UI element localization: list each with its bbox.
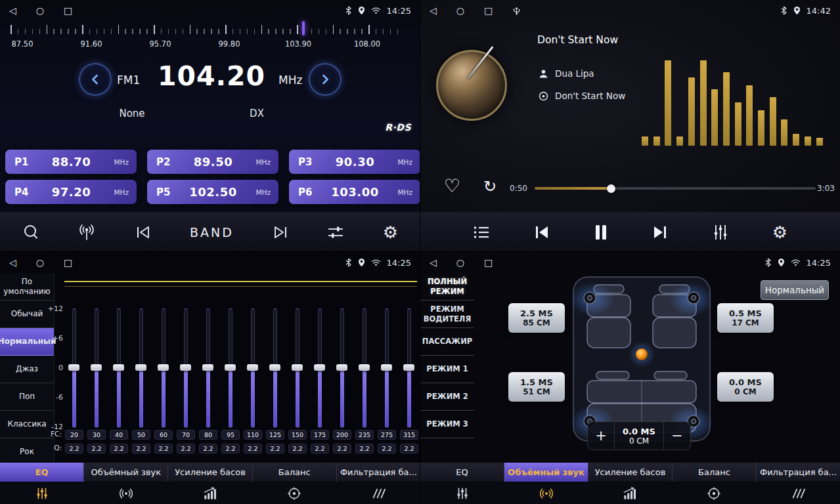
seek-bar[interactable]	[535, 187, 816, 190]
tab-surround[interactable]: Объёмный звук	[84, 463, 168, 482]
eq-band-slider[interactable]	[139, 308, 143, 428]
eq-band-slider[interactable]	[162, 308, 166, 428]
tab-eq-icon-cell[interactable]	[0, 482, 84, 504]
delay-increase-button[interactable]: +	[588, 422, 614, 450]
nav-recents-icon[interactable]: □	[64, 6, 72, 15]
tune-up-button[interactable]	[309, 63, 342, 96]
eq-slider-knob[interactable]	[403, 364, 414, 371]
broadcast-button[interactable]	[77, 224, 96, 241]
listening-position-ball[interactable]	[636, 348, 648, 360]
eq-slider-knob[interactable]	[158, 364, 169, 371]
eq-slider-knob[interactable]	[202, 364, 213, 371]
eq-preset-shortcut-button[interactable]: Нормальный	[761, 280, 829, 300]
tab-filter[interactable]: Фильтрация ба...	[757, 463, 840, 482]
tab-surround-icon-cell[interactable]	[504, 482, 588, 504]
preset-button-p3[interactable]: P390.30MHz	[289, 150, 420, 174]
tab-bass-icon-cell[interactable]	[168, 482, 252, 504]
tab-filter[interactable]: Фильтрация ба...	[337, 463, 420, 482]
frequency-scale[interactable]	[0, 22, 420, 35]
nav-home-icon[interactable]: ○	[36, 258, 44, 267]
eq-band-slider[interactable]	[407, 308, 411, 428]
eq-slider-knob[interactable]	[135, 364, 146, 371]
nav-home-icon[interactable]: ○	[456, 6, 464, 15]
tab-bass-icon-cell[interactable]	[588, 482, 673, 504]
nav-home-icon[interactable]: ○	[36, 6, 44, 15]
eq-slider-knob[interactable]	[247, 364, 258, 371]
nav-recents-icon[interactable]: □	[64, 258, 72, 267]
tab-bass-boost[interactable]: Усиление басов	[168, 463, 252, 482]
band-button[interactable]: BAND	[190, 225, 234, 240]
nav-home-icon[interactable]: ○	[456, 258, 464, 267]
mode-full[interactable]: ПОЛНЫЙ РЕЖИМ	[420, 273, 474, 301]
tune-down-button[interactable]	[79, 63, 112, 96]
next-track-button[interactable]	[652, 224, 669, 240]
eq-slider-knob[interactable]	[113, 364, 124, 371]
tab-eq[interactable]: EQ	[0, 463, 84, 482]
repeat-button[interactable]: ↻	[483, 178, 497, 194]
preset-button-p1[interactable]: P188.70MHz	[5, 150, 137, 174]
eq-slider-knob[interactable]	[314, 364, 325, 371]
preset-button-p4[interactable]: P497.20MHz	[5, 180, 137, 204]
nav-back-icon[interactable]: ◁	[9, 6, 16, 15]
mode-3[interactable]: РЕЖИМ 3	[420, 411, 474, 438]
tab-balance[interactable]: Баланс	[673, 463, 757, 482]
scan-button[interactable]	[22, 224, 39, 241]
eq-slider-knob[interactable]	[180, 364, 191, 371]
eq-slider-knob[interactable]	[336, 364, 347, 371]
eq-band-slider[interactable]	[95, 308, 99, 428]
eq-slider-knob[interactable]	[225, 364, 236, 371]
mode-driver[interactable]: РЕЖИМ ВОДИТЕЛЯ	[420, 301, 474, 328]
mode-1[interactable]: РЕЖИМ 1	[420, 356, 474, 383]
eq-band-slider[interactable]	[340, 308, 344, 428]
eq-band-slider[interactable]	[318, 308, 322, 428]
eq-band-slider[interactable]	[184, 308, 188, 428]
eq-band-slider[interactable]	[229, 308, 232, 428]
tab-bass-boost[interactable]: Усиление басов	[588, 463, 673, 482]
eq-slider-knob[interactable]	[381, 364, 392, 371]
eq-band-slider[interactable]	[251, 308, 255, 428]
playlist-button[interactable]	[473, 225, 490, 240]
eq-band-slider[interactable]	[72, 308, 76, 428]
previous-track-button[interactable]	[533, 224, 550, 240]
settings-button[interactable]: ⚙	[383, 224, 398, 241]
nav-recents-icon[interactable]: □	[484, 258, 493, 267]
next-station-button[interactable]	[272, 225, 289, 240]
nav-back-icon[interactable]: ◁	[9, 258, 16, 267]
eq-band-slider[interactable]	[363, 308, 366, 428]
delay-decrease-button[interactable]: −	[664, 422, 690, 450]
tuner-settings-button[interactable]	[327, 224, 344, 240]
tab-eq-icon-cell[interactable]	[420, 482, 504, 504]
eq-band-slider[interactable]	[273, 308, 277, 428]
tuning-indicator[interactable]	[302, 21, 305, 35]
equalizer-button[interactable]	[712, 224, 729, 241]
previous-station-button[interactable]	[135, 225, 152, 240]
favorite-button[interactable]: ♡	[444, 177, 460, 196]
nav-recents-icon[interactable]: □	[484, 6, 493, 15]
tab-balance-icon-cell[interactable]	[672, 482, 756, 504]
mode-passenger[interactable]: ПАССАЖИР	[420, 328, 474, 356]
eq-slider-knob[interactable]	[68, 364, 79, 371]
preset-button-p2[interactable]: P289.50MHz	[147, 150, 278, 174]
settings-button[interactable]: ⚙	[772, 224, 787, 241]
preset-button-p6[interactable]: P6103.00MHz	[289, 180, 420, 204]
nav-back-icon[interactable]: ◁	[430, 6, 437, 15]
tab-eq[interactable]: EQ	[420, 463, 504, 482]
preset-button-p5[interactable]: P5102.50MHz	[147, 180, 278, 204]
nav-back-icon[interactable]: ◁	[430, 258, 437, 267]
tab-balance-icon-cell[interactable]	[252, 482, 336, 504]
eq-band-slider[interactable]	[296, 308, 299, 428]
eq-band-slider[interactable]	[385, 308, 389, 428]
tab-surround[interactable]: Объёмный звук	[504, 463, 588, 482]
eq-slider-knob[interactable]	[292, 364, 303, 371]
mode-2[interactable]: РЕЖИМ 2	[420, 383, 474, 411]
eq-slider-knob[interactable]	[359, 364, 370, 371]
eq-band-slider[interactable]	[117, 308, 121, 428]
tab-balance[interactable]: Баланс	[253, 463, 337, 482]
eq-slider-knob[interactable]	[91, 364, 102, 371]
tab-surround-icon-cell[interactable]	[84, 482, 168, 504]
seek-bar-knob[interactable]	[607, 184, 615, 193]
eq-band-slider[interactable]	[206, 308, 210, 428]
pause-button[interactable]	[594, 224, 608, 241]
tab-filter-icon-cell[interactable]	[756, 482, 840, 504]
eq-slider-knob[interactable]	[269, 364, 280, 371]
